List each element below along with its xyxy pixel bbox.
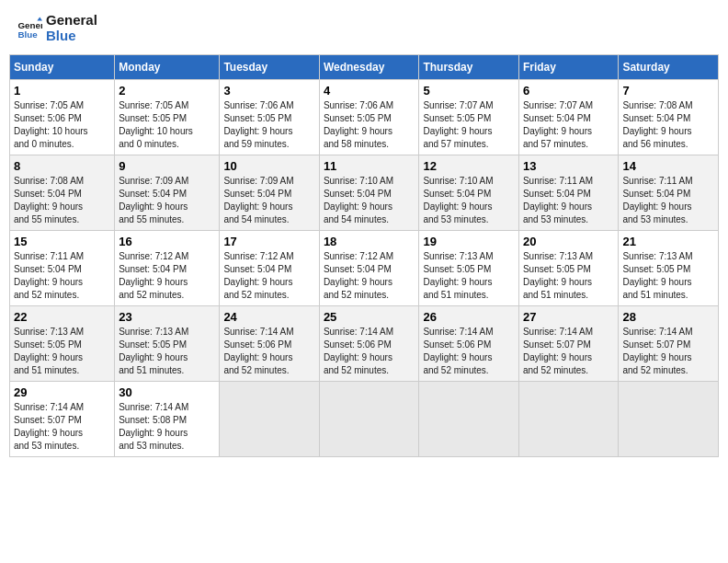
day-number: 20 [523,235,615,248]
svg-marker-2 [37,17,42,20]
day-detail: Sunrise: 7:08 AMSunset: 5:04 PMDaylight:… [14,175,110,226]
calendar-day-cell: 20 Sunrise: 7:13 AMSunset: 5:05 PMDaylig… [518,231,619,306]
calendar-day-cell: 2 Sunrise: 7:05 AMSunset: 5:05 PMDayligh… [115,80,220,155]
calendar-table: SundayMondayTuesdayWednesdayThursdayFrid… [9,54,719,457]
calendar-day-cell: 6 Sunrise: 7:07 AMSunset: 5:04 PMDayligh… [518,80,619,155]
calendar-day-cell: 4 Sunrise: 7:06 AMSunset: 5:05 PMDayligh… [319,80,419,155]
day-detail: Sunrise: 7:13 AMSunset: 5:05 PMDaylight:… [119,326,215,377]
calendar-day-cell: 24 Sunrise: 7:14 AMSunset: 5:06 PMDaylig… [220,306,320,382]
day-number: 25 [324,310,415,324]
day-detail: Sunrise: 7:09 AMSunset: 5:04 PMDaylight:… [119,175,215,226]
day-detail: Sunrise: 7:14 AMSunset: 5:06 PMDaylight:… [324,326,415,377]
day-detail: Sunrise: 7:11 AMSunset: 5:04 PMDaylight:… [523,175,615,226]
day-detail: Sunrise: 7:09 AMSunset: 5:04 PMDaylight:… [223,175,315,226]
calendar-day-cell: 12 Sunrise: 7:10 AMSunset: 5:04 PMDaylig… [419,155,519,231]
calendar-week-row: 1 Sunrise: 7:05 AMSunset: 5:06 PMDayligh… [10,80,719,155]
day-number: 5 [423,84,515,98]
day-number: 1 [14,84,110,98]
calendar-day-cell: 8 Sunrise: 7:08 AMSunset: 5:04 PMDayligh… [10,155,115,231]
day-number: 15 [14,235,110,248]
day-detail: Sunrise: 7:05 AMSunset: 5:05 PMDaylight:… [119,99,215,151]
day-detail: Sunrise: 7:12 AMSunset: 5:04 PMDaylight:… [223,250,315,302]
day-detail: Sunrise: 7:14 AMSunset: 5:07 PMDaylight:… [622,326,714,377]
calendar-day-cell: 21 Sunrise: 7:13 AMSunset: 5:05 PMDaylig… [619,231,719,306]
calendar-day-cell: 15 Sunrise: 7:11 AMSunset: 5:04 PMDaylig… [10,231,115,306]
calendar-day-cell: 27 Sunrise: 7:14 AMSunset: 5:07 PMDaylig… [518,306,619,382]
weekday-header: Sunday [10,55,115,80]
day-detail: Sunrise: 7:14 AMSunset: 5:06 PMDaylight:… [423,326,515,377]
day-number: 6 [523,84,615,98]
calendar-day-cell: 30 Sunrise: 7:14 AMSunset: 5:08 PMDaylig… [115,382,220,457]
day-detail: Sunrise: 7:13 AMSunset: 5:05 PMDaylight:… [622,250,714,302]
day-detail: Sunrise: 7:14 AMSunset: 5:07 PMDaylight:… [14,401,110,453]
calendar-day-cell: 26 Sunrise: 7:14 AMSunset: 5:06 PMDaylig… [419,306,519,382]
day-number: 4 [324,84,415,98]
calendar-day-cell: 16 Sunrise: 7:12 AMSunset: 5:04 PMDaylig… [115,231,220,306]
calendar-day-cell: 25 Sunrise: 7:14 AMSunset: 5:06 PMDaylig… [319,306,419,382]
day-number: 7 [622,84,714,98]
weekday-header: Tuesday [220,55,320,80]
day-detail: Sunrise: 7:07 AMSunset: 5:04 PMDaylight:… [523,99,615,151]
calendar-day-cell: 19 Sunrise: 7:13 AMSunset: 5:05 PMDaylig… [419,231,519,306]
day-detail: Sunrise: 7:10 AMSunset: 5:04 PMDaylight:… [324,175,415,226]
calendar-day-cell: 13 Sunrise: 7:11 AMSunset: 5:04 PMDaylig… [518,155,619,231]
calendar-day-cell: 11 Sunrise: 7:10 AMSunset: 5:04 PMDaylig… [319,155,419,231]
calendar-day-cell [518,382,619,457]
calendar-day-cell: 1 Sunrise: 7:05 AMSunset: 5:06 PMDayligh… [10,80,115,155]
weekday-header: Thursday [419,55,519,80]
day-number: 24 [223,310,315,324]
day-number: 26 [423,310,515,324]
calendar-day-cell: 5 Sunrise: 7:07 AMSunset: 5:05 PMDayligh… [419,80,519,155]
day-detail: Sunrise: 7:12 AMSunset: 5:04 PMDaylight:… [324,250,415,302]
logo: General Blue General Blue [17,13,97,43]
day-number: 11 [324,159,415,173]
day-detail: Sunrise: 7:11 AMSunset: 5:04 PMDaylight:… [14,250,110,302]
calendar-day-cell: 14 Sunrise: 7:11 AMSunset: 5:04 PMDaylig… [619,155,719,231]
weekday-header: Friday [518,55,619,80]
weekday-header: Monday [115,55,220,80]
day-number: 30 [119,385,215,399]
day-detail: Sunrise: 7:12 AMSunset: 5:04 PMDaylight:… [119,250,215,302]
day-number: 23 [119,310,215,324]
calendar-week-row: 29 Sunrise: 7:14 AMSunset: 5:07 PMDaylig… [10,382,719,457]
day-detail: Sunrise: 7:13 AMSunset: 5:05 PMDaylight:… [523,250,615,302]
calendar-day-cell [220,382,320,457]
weekday-header: Wednesday [319,55,419,80]
calendar-day-cell [619,382,719,457]
day-number: 13 [523,159,615,173]
day-number: 28 [622,310,714,324]
day-detail: Sunrise: 7:13 AMSunset: 5:05 PMDaylight:… [423,250,515,302]
calendar-day-cell: 29 Sunrise: 7:14 AMSunset: 5:07 PMDaylig… [10,382,115,457]
day-detail: Sunrise: 7:07 AMSunset: 5:05 PMDaylight:… [423,99,515,151]
day-number: 16 [119,235,215,248]
day-number: 27 [523,310,615,324]
day-number: 22 [14,310,110,324]
day-detail: Sunrise: 7:14 AMSunset: 5:08 PMDaylight:… [119,401,215,453]
day-number: 29 [14,385,110,399]
day-number: 18 [324,235,415,248]
calendar-day-cell: 9 Sunrise: 7:09 AMSunset: 5:04 PMDayligh… [115,155,220,231]
day-number: 12 [423,159,515,173]
calendar-day-cell: 3 Sunrise: 7:06 AMSunset: 5:05 PMDayligh… [220,80,320,155]
day-number: 17 [223,235,315,248]
calendar-week-row: 22 Sunrise: 7:13 AMSunset: 5:05 PMDaylig… [10,306,719,382]
calendar-day-cell [419,382,519,457]
weekday-header-row: SundayMondayTuesdayWednesdayThursdayFrid… [10,55,719,80]
calendar-day-cell [319,382,419,457]
day-number: 3 [223,84,315,98]
day-detail: Sunrise: 7:05 AMSunset: 5:06 PMDaylight:… [14,99,110,151]
day-detail: Sunrise: 7:13 AMSunset: 5:05 PMDaylight:… [14,326,110,377]
svg-text:Blue: Blue [17,29,38,39]
page-header: General Blue General Blue [9,9,719,47]
calendar-day-cell: 7 Sunrise: 7:08 AMSunset: 5:04 PMDayligh… [619,80,719,155]
calendar-day-cell: 22 Sunrise: 7:13 AMSunset: 5:05 PMDaylig… [10,306,115,382]
day-detail: Sunrise: 7:10 AMSunset: 5:04 PMDaylight:… [423,175,515,226]
day-detail: Sunrise: 7:14 AMSunset: 5:07 PMDaylight:… [523,326,615,377]
day-detail: Sunrise: 7:08 AMSunset: 5:04 PMDaylight:… [622,99,714,151]
day-number: 21 [622,235,714,248]
day-number: 9 [119,159,215,173]
day-number: 10 [223,159,315,173]
day-detail: Sunrise: 7:14 AMSunset: 5:06 PMDaylight:… [223,326,315,377]
calendar-week-row: 15 Sunrise: 7:11 AMSunset: 5:04 PMDaylig… [10,231,719,306]
day-number: 8 [14,159,110,173]
